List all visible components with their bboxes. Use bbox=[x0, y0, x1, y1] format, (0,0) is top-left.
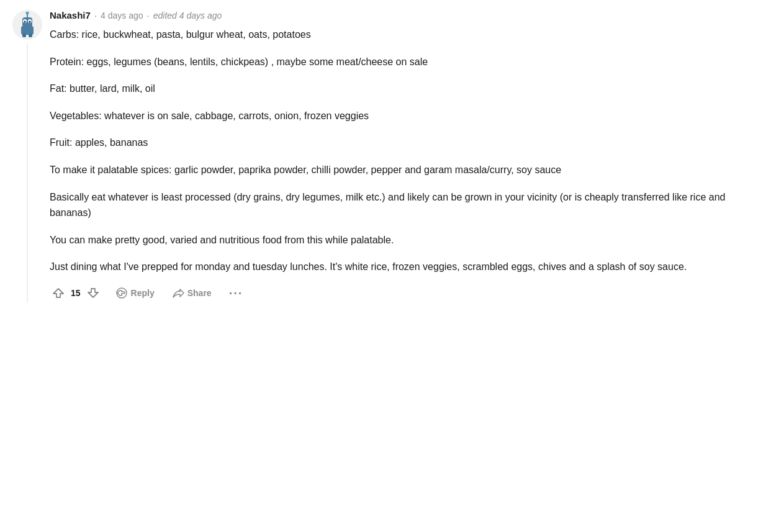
comment-container: Nakashi7 · 4 days ago · edited 4 days ag… bbox=[0, 0, 771, 313]
paragraph-good-food: You can make pretty good, varied and nut… bbox=[50, 232, 759, 248]
svg-point-8 bbox=[26, 12, 29, 15]
comment-actions: 15 Reply Share ··· bbox=[50, 284, 759, 303]
downvote-button[interactable] bbox=[84, 284, 102, 302]
separator-2: · bbox=[147, 10, 150, 20]
more-options-button[interactable]: ··· bbox=[225, 284, 247, 303]
svg-point-6 bbox=[29, 21, 31, 23]
paragraph-processed: Basically eat whatever is least processe… bbox=[50, 189, 759, 221]
upvote-button[interactable] bbox=[50, 284, 67, 302]
thread-line bbox=[27, 43, 28, 303]
comment-body: Carbs: rice, buckwheat, pasta, bulgur wh… bbox=[50, 27, 759, 275]
right-column: Nakashi7 · 4 days ago · edited 4 days ag… bbox=[50, 10, 759, 303]
edited-label: edited 4 days ago bbox=[153, 11, 222, 20]
timestamp: 4 days ago bbox=[101, 11, 143, 20]
paragraph-fruit: Fruit: apples, bananas bbox=[50, 135, 759, 151]
reply-button[interactable]: Reply bbox=[112, 284, 158, 302]
svg-rect-1 bbox=[21, 26, 34, 35]
svg-rect-10 bbox=[29, 34, 32, 37]
separator-1: · bbox=[94, 10, 97, 20]
paragraph-vegetables: Vegetables: whatever is on sale, cabbage… bbox=[50, 108, 759, 124]
paragraph-dining: Just dining what I've prepped for monday… bbox=[50, 259, 759, 275]
comment-header: Nakashi7 · 4 days ago · edited 4 days ag… bbox=[50, 10, 759, 20]
share-icon bbox=[172, 287, 184, 299]
svg-point-5 bbox=[24, 21, 26, 23]
paragraph-spices: To make it palatable spices: garlic powd… bbox=[50, 162, 759, 178]
vote-section: 15 bbox=[50, 284, 102, 302]
reply-icon bbox=[115, 287, 128, 299]
paragraph-fat: Fat: butter, lard, milk, oil bbox=[50, 81, 759, 97]
paragraph-protein: Protein: eggs, legumes (beans, lentils, … bbox=[50, 54, 759, 70]
avatar bbox=[12, 10, 42, 40]
paragraph-carbs: Carbs: rice, buckwheat, pasta, bulgur wh… bbox=[50, 27, 759, 43]
vote-count: 15 bbox=[71, 288, 81, 298]
svg-rect-9 bbox=[22, 34, 26, 37]
left-column bbox=[12, 10, 42, 303]
share-button[interactable]: Share bbox=[168, 284, 215, 302]
username[interactable]: Nakashi7 bbox=[50, 10, 91, 20]
